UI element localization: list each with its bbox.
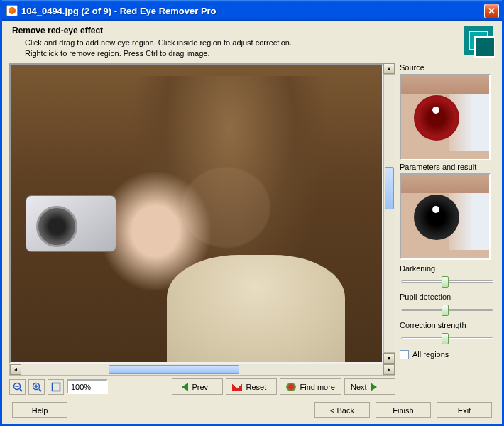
side-panel: Source Parameters and result Darkening P… [400,63,495,395]
header-row: Remove red-eye effect Click and drag to … [9,26,495,59]
photo-hands [100,172,212,291]
v-scroll-track[interactable] [383,74,395,353]
zoom-in-button[interactable] [28,379,45,395]
next-label: Next [351,383,367,391]
source-preview [400,74,491,160]
step-icon [464,26,493,55]
strength-handle[interactable] [442,333,449,344]
instructions-line-2: Rightclick to remove region. Press Ctrl … [12,48,464,59]
source-label: Source [400,63,495,72]
darkening-label: Darkening [400,264,495,273]
prev-label: Prev [192,383,208,391]
darkening-slider[interactable] [400,275,495,288]
zoom-level-input[interactable]: 100% [67,379,108,394]
image-canvas[interactable] [9,63,383,364]
instructions: Remove red-eye effect Click and drag to … [9,26,464,59]
pupil-slider[interactable] [400,303,495,316]
scroll-down-button[interactable]: ▾ [383,353,395,364]
window-title: 104_0494.jpg (2 of 9) - Red Eye Remover … [21,6,484,16]
image-frame: ▴ ▾ ◂ ▸ [9,63,395,395]
all-regions-checkbox[interactable] [400,350,409,359]
content-area: Remove red-eye effect Click and drag to … [2,21,502,424]
footer: Help < Back Finish Exit [9,402,495,418]
eye-icon [286,383,296,391]
result-preview [400,173,491,260]
close-button[interactable]: ✕ [484,4,499,18]
svg-line-4 [39,389,41,391]
darkening-handle[interactable] [442,276,449,288]
instructions-title: Remove red-eye effect [12,26,464,36]
pupil-handle[interactable] [442,305,449,316]
v-scroll-thumb[interactable] [385,167,394,209]
reset-label: Reset [246,383,266,391]
zoom-level-value: 100% [71,383,91,391]
help-button[interactable]: Help [12,402,67,418]
scroll-left-button[interactable]: ◂ [10,364,21,375]
scroll-right-button[interactable]: ▸ [383,364,395,375]
image-toolbar: 100% Prev Reset Find more Next [9,378,395,395]
svg-line-1 [20,389,22,391]
prev-button[interactable]: Prev [172,378,223,395]
find-more-button[interactable]: Find more [280,378,341,395]
strength-label: Correction strength [400,321,495,329]
horizontal-scrollbar[interactable]: ◂ ▸ [9,364,395,376]
prev-icon [178,383,188,391]
app-window: 104_0494.jpg (2 of 9) - Red Eye Remover … [0,0,504,426]
reset-button[interactable]: Reset [226,378,277,395]
finish-button[interactable]: Finish [376,402,431,418]
vertical-scrollbar[interactable]: ▴ ▾ [383,63,395,364]
mid-row: ▴ ▾ ◂ ▸ [9,63,495,395]
titlebar[interactable]: 104_0494.jpg (2 of 9) - Red Eye Remover … [2,0,502,21]
all-regions-text: All regions [412,350,449,359]
instructions-line-1: Click and drag to add new eye region. Cl… [12,38,464,48]
reset-icon [232,383,242,391]
zoom-out-button[interactable] [9,379,26,395]
find-more-label: Find more [300,383,335,391]
h-scroll-thumb[interactable] [109,365,239,374]
svg-rect-7 [52,383,60,390]
h-scroll-track[interactable] [21,364,383,375]
app-icon [6,5,18,16]
fit-button[interactable] [48,379,64,395]
strength-slider[interactable] [400,332,495,344]
exit-button[interactable]: Exit [437,402,492,418]
photo-camera [26,195,116,252]
all-regions-row: All regions [400,350,495,359]
pupil-label: Pupil detection [400,293,495,301]
next-icon [371,383,380,391]
scroll-up-button[interactable]: ▴ [383,63,395,74]
back-button[interactable]: < Back [314,402,370,418]
result-label: Parameters and result [400,163,495,171]
next-button[interactable]: Next [344,378,395,395]
